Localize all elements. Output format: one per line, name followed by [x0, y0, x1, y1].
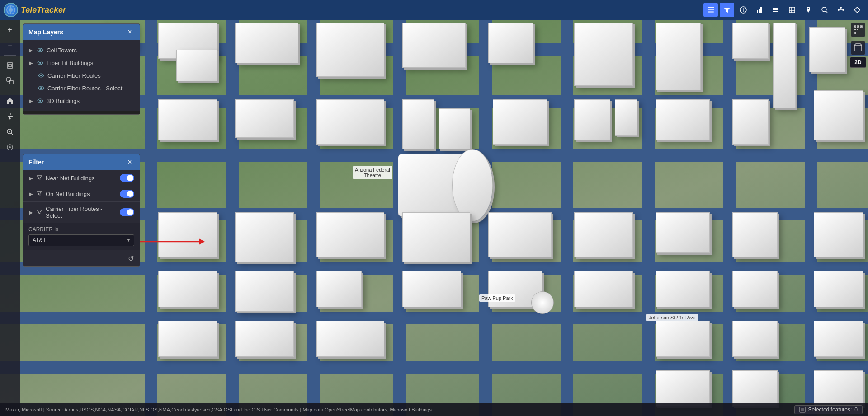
fiber-lit-eye[interactable]: [37, 59, 44, 66]
nav-tools: i: [703, 3, 864, 17]
qr-icon: [851, 23, 865, 37]
svg-rect-11: [757, 10, 758, 13]
cell-towers-eye[interactable]: [37, 47, 44, 54]
multi-select-btn[interactable]: [3, 74, 17, 88]
carrier-select-toggle[interactable]: [120, 208, 134, 216]
map-layers-header: Map Layers ×: [23, 24, 140, 40]
carrier-is-label: CARRIER is: [28, 226, 134, 233]
filter-panel: Filter × ▶ Near Net Buildings ▶ On Net B…: [23, 154, 140, 267]
svg-rect-8: [708, 11, 714, 13]
svg-point-40: [40, 75, 42, 76]
map-layers-close-btn[interactable]: ×: [125, 28, 134, 37]
svg-rect-12: [759, 9, 760, 13]
svg-point-25: [840, 7, 842, 9]
svg-rect-56: [801, 408, 804, 411]
filter-carrier-select[interactable]: ▶ Carrier Fiber Routes - Select: [23, 202, 140, 223]
on-net-filter-icon: [37, 191, 43, 197]
map-layers-panel: Map Layers × ▶ Cell Towers ▶ Fibe: [23, 23, 140, 115]
svg-rect-13: [760, 7, 762, 13]
svg-rect-49: [854, 29, 855, 30]
screenshot-icon: [851, 41, 865, 55]
connect-nav-btn[interactable]: [834, 3, 848, 17]
filter-header: Filter ×: [23, 154, 140, 170]
layer-item-carrier-fiber-select[interactable]: Carrier Fiber Routes - Select: [23, 82, 140, 94]
selected-label: Selected features:: [808, 407, 852, 413]
svg-rect-14: [773, 8, 778, 9]
cell-towers-arrow: ▶: [28, 47, 34, 53]
chart-nav-btn[interactable]: [752, 3, 767, 17]
svg-rect-28: [7, 63, 13, 68]
filter-reset-btn[interactable]: ↺: [125, 253, 136, 264]
carrier-fiber-eye[interactable]: [38, 72, 45, 79]
zoom-search-btn[interactable]: [3, 125, 17, 139]
paw-park-label: Paw Pup Park: [479, 294, 515, 302]
search-nav-btn[interactable]: [817, 3, 832, 17]
location-nav-btn[interactable]: [801, 3, 816, 17]
status-bar: Maxar, Microsoft | Source: Airbus,USGS,N…: [0, 403, 868, 416]
svg-rect-17: [789, 7, 795, 13]
layer-item-cell-towers[interactable]: ▶ Cell Towers: [23, 44, 140, 56]
left-toolbar: + −: [0, 20, 20, 416]
list-nav-btn[interactable]: [769, 3, 783, 17]
svg-rect-50: [855, 29, 856, 30]
filter-on-net[interactable]: ▶ On Net Buildings: [23, 186, 140, 202]
marker-btn[interactable]: [3, 140, 17, 154]
svg-point-3: [9, 8, 13, 12]
2d-toggle-btn[interactable]: 2D: [850, 57, 866, 68]
fiber-lit-label: Fiber Lit Buildings: [47, 60, 93, 66]
on-net-toggle[interactable]: [120, 190, 134, 198]
near-net-toggle[interactable]: [120, 174, 134, 182]
3d-buildings-eye[interactable]: [37, 97, 44, 104]
toolbar-divider-2: [4, 91, 16, 91]
carrier-fiber-select-eye[interactable]: [38, 84, 45, 92]
carrier-select-wrapper: AT&T Verizon T-Mobile CenturyLink Comcas…: [28, 234, 134, 246]
arizona-theatre-label: Arizona FederalTheatre: [353, 166, 392, 179]
zoom-out-btn[interactable]: −: [3, 38, 17, 52]
jefferson-label: Jefferson St / 1st Ave: [646, 314, 698, 321]
filter-near-net[interactable]: ▶ Near Net Buildings: [23, 170, 140, 186]
pan-btn[interactable]: [3, 109, 17, 124]
svg-point-23: [838, 9, 840, 11]
svg-rect-29: [9, 64, 11, 67]
app-name: TeleTracker: [21, 5, 66, 15]
3d-buildings-arrow: ▶: [28, 98, 34, 103]
cell-towers-label: Cell Towers: [47, 47, 77, 54]
svg-rect-46: [858, 26, 859, 27]
svg-point-24: [842, 9, 844, 11]
filter-close-btn[interactable]: ×: [125, 158, 134, 167]
svg-text:i: i: [743, 8, 744, 13]
selected-features-badge: Selected features: 0: [794, 405, 863, 414]
fiber-lit-arrow: ▶: [28, 60, 34, 65]
layer-item-fiber-lit[interactable]: ▶ Fiber Lit Buildings: [23, 56, 140, 69]
home-btn[interactable]: [3, 94, 17, 108]
logo-area: TeleTracker: [4, 3, 66, 17]
svg-rect-16: [773, 11, 778, 12]
svg-point-38: [39, 49, 41, 51]
attribution-text: Maxar, Microsoft | Source: Airbus,USGS,N…: [5, 407, 432, 412]
filter-nav-btn[interactable]: [720, 3, 734, 17]
logo-icon: [4, 3, 18, 17]
diamond-nav-btn[interactable]: [850, 3, 864, 17]
selected-count: 0: [854, 407, 858, 413]
map-layers-resize[interactable]: [23, 111, 140, 114]
carrier-select-filter-icon: [37, 209, 43, 215]
table-nav-btn[interactable]: [785, 3, 799, 17]
map-layers-body: ▶ Cell Towers ▶ Fiber Lit Buildings: [23, 40, 140, 111]
svg-rect-54: [854, 45, 862, 51]
svg-point-37: [9, 146, 11, 148]
layers-nav-btn[interactable]: [703, 3, 718, 17]
svg-point-42: [39, 100, 41, 102]
layer-item-carrier-fiber[interactable]: Carrier Fiber Routes: [23, 69, 140, 82]
svg-point-39: [39, 62, 41, 64]
info-nav-btn[interactable]: i: [736, 3, 750, 17]
svg-rect-44: [854, 26, 855, 27]
carrier-dropdown[interactable]: AT&T Verizon T-Mobile CenturyLink Comcas…: [28, 234, 134, 246]
svg-rect-7: [708, 9, 714, 10]
svg-point-41: [40, 87, 42, 89]
toolbar-divider-1: [4, 55, 16, 56]
layer-item-3d-buildings[interactable]: ▶ 3D Buildings: [23, 94, 140, 107]
on-net-arrow: ▶: [28, 191, 34, 196]
frame-btn[interactable]: [3, 58, 17, 73]
carrier-select-label: Carrier Fiber Routes - Select: [46, 206, 117, 219]
zoom-in-btn[interactable]: +: [3, 23, 17, 37]
